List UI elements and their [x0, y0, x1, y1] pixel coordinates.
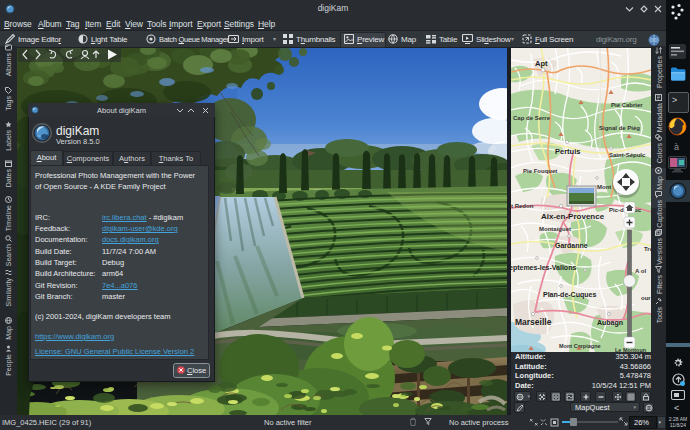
svg-text:Gardanne: Gardanne [555, 242, 588, 249]
svg-text:t Redon: t Redon [511, 203, 534, 209]
svg-text:Aix-en-Provence: Aix-en-Provence [541, 212, 605, 221]
svg-text:Apt: Apt [535, 59, 548, 68]
svg-text:Pié Cabrier: Pié Cabrier [611, 102, 643, 108]
svg-text:Montaiguet: Montaiguet [539, 226, 571, 232]
svg-text:Tre: Tre [644, 246, 651, 252]
svg-text:our de: our de [641, 295, 651, 301]
svg-text:Cap de Serre: Cap de Serre [513, 115, 551, 121]
svg-text:Saint-Sépulc: Saint-Sépulc [609, 152, 646, 158]
svg-text:eptemes-les-Vallons: eptemes-les-Vallons [511, 264, 576, 272]
svg-text:Pie Fouquet: Pie Fouquet [523, 168, 557, 174]
svg-text:Pertuis: Pertuis [555, 147, 580, 156]
svg-text:Aubagn: Aubagn [597, 319, 623, 327]
svg-text:Signal de Piég: Signal de Piég [599, 125, 640, 131]
svg-text:Plan-de-Cuques: Plan-de-Cuques [543, 291, 596, 299]
svg-text:Mont: Mont [597, 184, 611, 190]
svg-text:A ol: A ol [635, 268, 646, 274]
svg-text:Marseille: Marseille [515, 317, 552, 327]
